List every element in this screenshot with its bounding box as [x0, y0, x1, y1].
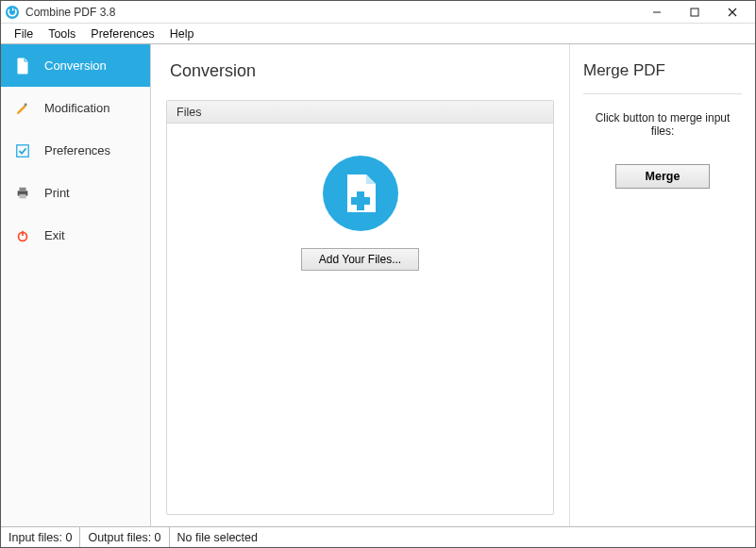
files-panel: Files Add Your Files... — [166, 100, 554, 515]
sidebar-item-conversion[interactable]: Conversion — [1, 44, 150, 87]
merge-button[interactable]: Merge — [615, 164, 710, 189]
sidebar-item-label: Print — [44, 186, 70, 200]
printer-icon — [14, 185, 31, 202]
maximize-button[interactable] — [676, 2, 714, 23]
sidebar-item-label: Preferences — [44, 143, 110, 158]
menu-help[interactable]: Help — [162, 25, 202, 42]
svg-rect-9 — [19, 193, 25, 197]
menu-tools[interactable]: Tools — [41, 25, 83, 42]
svg-rect-2 — [691, 8, 698, 16]
right-panel-title: Merge PDF — [583, 61, 742, 80]
sidebar-item-print[interactable]: Print — [1, 172, 150, 214]
app-icon — [5, 5, 20, 20]
close-button[interactable] — [714, 2, 751, 23]
status-output-files: Output files: 0 — [80, 527, 169, 547]
window-title: Combine PDF 3.8 — [25, 6, 638, 19]
power-icon — [14, 227, 31, 244]
sidebar-item-exit[interactable]: Exit — [1, 214, 150, 257]
menu-file[interactable]: File — [7, 25, 41, 42]
svg-rect-6 — [17, 144, 28, 156]
divider — [583, 93, 742, 94]
files-column-header: Files — [167, 101, 553, 124]
checkbox-icon — [14, 142, 31, 159]
menu-preferences[interactable]: Preferences — [83, 25, 161, 42]
sidebar-item-preferences[interactable]: Preferences — [1, 129, 150, 172]
minimize-button[interactable] — [638, 2, 676, 23]
pencil-icon — [14, 100, 31, 117]
sidebar-item-label: Conversion — [44, 58, 107, 73]
svg-rect-8 — [19, 187, 25, 191]
status-input-files: Input files: 0 — [1, 527, 80, 547]
sidebar-item-modification[interactable]: Modification — [1, 87, 150, 129]
add-file-icon — [323, 156, 398, 231]
svg-rect-14 — [351, 197, 370, 205]
document-icon — [14, 58, 31, 75]
status-selection: No file selected — [170, 527, 755, 547]
merge-hint: Click button to merge input files: — [583, 111, 742, 138]
sidebar-item-label: Exit — [44, 228, 65, 242]
add-files-button[interactable]: Add Your Files... — [301, 248, 419, 271]
sidebar: Conversion Modification Preferences Prin… — [1, 44, 151, 526]
sidebar-item-label: Modification — [44, 101, 109, 115]
page-title: Conversion — [166, 61, 554, 81]
